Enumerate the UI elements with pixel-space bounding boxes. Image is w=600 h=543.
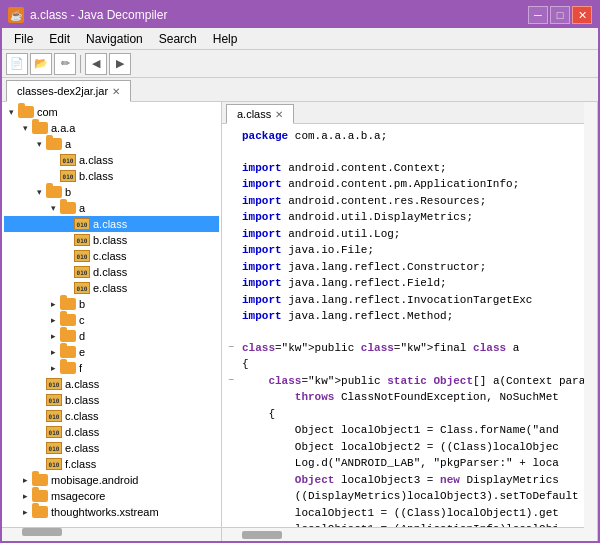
close-button[interactable]: ✕ xyxy=(572,6,592,24)
tree-expander[interactable]: ▾ xyxy=(46,201,60,215)
tree-expander[interactable] xyxy=(60,265,74,279)
tree-expander[interactable] xyxy=(32,377,46,391)
menu-item-navigation[interactable]: Navigation xyxy=(78,30,151,48)
tree-item[interactable]: ▸thoughtworks.xstream xyxy=(4,504,219,520)
fold-marker xyxy=(228,439,242,454)
tree-item[interactable]: ▾a.a.a xyxy=(4,120,219,136)
open-file-icon[interactable]: 📂 xyxy=(30,53,52,75)
tree-item[interactable]: ▸c xyxy=(4,312,219,328)
code-scrollbar-h[interactable] xyxy=(222,527,584,541)
tree-item[interactable]: ▸mobisage.android xyxy=(4,472,219,488)
tree-expander[interactable]: ▸ xyxy=(46,345,60,359)
tree-expander[interactable]: ▾ xyxy=(32,137,46,151)
folder-icon xyxy=(60,330,76,342)
tree-label: d.class xyxy=(93,266,127,278)
tree-item[interactable]: ▸msagecore xyxy=(4,488,219,504)
right-tab-close[interactable]: ✕ xyxy=(275,109,283,120)
tree-item[interactable]: ▾a xyxy=(4,200,219,216)
tree-item[interactable]: 010b.class xyxy=(4,232,219,248)
tree-expander[interactable] xyxy=(60,249,74,263)
code-text: class="kw">public class="kw">final class… xyxy=(242,340,578,357)
tree-expander[interactable] xyxy=(60,281,74,295)
fold-marker[interactable]: − xyxy=(228,340,242,355)
tree-expander[interactable]: ▸ xyxy=(46,313,60,327)
code-line: { xyxy=(228,406,578,423)
fold-marker[interactable]: − xyxy=(228,373,242,388)
new-file-icon[interactable]: 📄 xyxy=(6,53,28,75)
back-icon[interactable]: ◀ xyxy=(85,53,107,75)
code-editor[interactable]: package com.a.a.a.b.a; import android.co… xyxy=(222,124,584,527)
left-tab-classes[interactable]: classes-dex2jar.jar ✕ xyxy=(6,80,131,102)
tree-item[interactable]: ▸e xyxy=(4,344,219,360)
code-line: { xyxy=(228,356,578,373)
tree-item[interactable]: 010a.class xyxy=(4,216,219,232)
tree-item[interactable]: ▾b xyxy=(4,184,219,200)
tree-view[interactable]: ▾com▾a.a.a▾a010a.class010b.class▾b▾a010a… xyxy=(2,102,221,527)
left-scrollbar-h[interactable] xyxy=(2,527,221,541)
fold-marker xyxy=(228,325,242,340)
tree-item[interactable]: ▸d xyxy=(4,328,219,344)
menu-item-search[interactable]: Search xyxy=(151,30,205,48)
tree-expander[interactable] xyxy=(60,217,74,231)
code-text: import java.lang.reflect.Field; xyxy=(242,275,578,292)
tree-item[interactable]: 010d.class xyxy=(4,264,219,280)
minimize-button[interactable]: ─ xyxy=(528,6,548,24)
tree-item[interactable]: 010b.class xyxy=(4,392,219,408)
edit-icon[interactable]: ✏ xyxy=(54,53,76,75)
forward-icon[interactable]: ▶ xyxy=(109,53,131,75)
tree-expander[interactable] xyxy=(32,457,46,471)
tree-expander[interactable]: ▾ xyxy=(18,121,32,135)
tree-item[interactable]: ▸b xyxy=(4,296,219,312)
tree-expander[interactable] xyxy=(32,393,46,407)
code-scrollbar-v[interactable] xyxy=(584,102,598,541)
code-text: class="kw">public static Object[] a(Cont… xyxy=(242,373,584,390)
tree-expander[interactable]: ▸ xyxy=(18,489,32,503)
tree-item[interactable]: 010c.class xyxy=(4,408,219,424)
tree-label: c.class xyxy=(65,410,99,422)
tree-expander[interactable]: ▸ xyxy=(46,329,60,343)
tree-item[interactable]: 010f.class xyxy=(4,456,219,472)
tree-item[interactable]: 010a.class xyxy=(4,152,219,168)
tree-item[interactable]: ▸f xyxy=(4,360,219,376)
tree-expander[interactable] xyxy=(32,441,46,455)
left-tab-bar: classes-dex2jar.jar ✕ xyxy=(2,78,598,102)
tree-item[interactable]: 010b.class xyxy=(4,168,219,184)
fold-marker xyxy=(228,356,242,371)
maximize-button[interactable]: □ xyxy=(550,6,570,24)
fold-marker xyxy=(228,160,242,175)
tree-expander[interactable]: ▸ xyxy=(46,297,60,311)
tree-item[interactable]: 010c.class xyxy=(4,248,219,264)
tree-item[interactable]: 010e.class xyxy=(4,440,219,456)
code-line: import java.lang.reflect.InvocationTarge… xyxy=(228,292,578,309)
menu-item-file[interactable]: File xyxy=(6,30,41,48)
code-text: ((DisplayMetrics)localObject3).setToDefa… xyxy=(242,488,579,505)
tree-label: a.a.a xyxy=(51,122,75,134)
tree-expander[interactable]: ▾ xyxy=(4,105,18,119)
toolbar: 📄📂✏◀▶ xyxy=(2,50,598,78)
menu-item-help[interactable]: Help xyxy=(205,30,246,48)
left-tab-close[interactable]: ✕ xyxy=(112,86,120,97)
tree-item[interactable]: ▾a xyxy=(4,136,219,152)
tree-expander[interactable] xyxy=(46,169,60,183)
folder-icon xyxy=(60,202,76,214)
fold-marker xyxy=(228,145,242,160)
tree-item[interactable]: 010e.class xyxy=(4,280,219,296)
tree-expander[interactable]: ▸ xyxy=(18,473,32,487)
window-title: a.class - Java Decompiler xyxy=(30,8,167,22)
tree-expander[interactable] xyxy=(46,153,60,167)
tree-expander[interactable] xyxy=(32,425,46,439)
tree-item[interactable]: ▾com xyxy=(4,104,219,120)
fold-marker xyxy=(228,226,242,241)
tree-expander[interactable] xyxy=(32,409,46,423)
tree-expander[interactable]: ▸ xyxy=(18,505,32,519)
tree-item[interactable]: 010d.class xyxy=(4,424,219,440)
tree-expander[interactable]: ▾ xyxy=(32,185,46,199)
tree-item[interactable]: 010a.class xyxy=(4,376,219,392)
menu-item-edit[interactable]: Edit xyxy=(41,30,78,48)
right-tab-class[interactable]: a.class ✕ xyxy=(226,104,294,124)
tree-label: e xyxy=(79,346,85,358)
fold-marker xyxy=(228,209,242,224)
class-icon: 010 xyxy=(46,394,62,406)
tree-expander[interactable] xyxy=(60,233,74,247)
tree-expander[interactable]: ▸ xyxy=(46,361,60,375)
